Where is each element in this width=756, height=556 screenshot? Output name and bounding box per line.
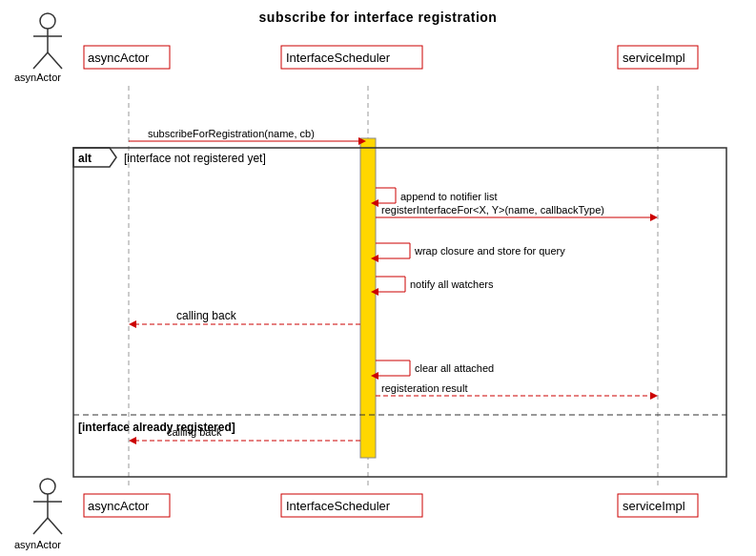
svg-marker-43 bbox=[129, 437, 136, 444]
svg-point-57 bbox=[40, 13, 55, 29]
diagram-svg: alt [interface not registered yet] [inte… bbox=[0, 0, 756, 556]
svg-text:asynActor: asynActor bbox=[14, 72, 61, 83]
svg-text:clear all attached: clear all attached bbox=[415, 362, 494, 374]
sequence-diagram: subscribe for interface registration alt… bbox=[0, 0, 756, 556]
svg-line-60 bbox=[33, 52, 48, 69]
svg-line-61 bbox=[48, 52, 62, 69]
svg-text:InterfaceScheduler: InterfaceScheduler bbox=[286, 51, 391, 65]
svg-text:registerInterfaceFor<X, Y>(nam: registerInterfaceFor<X, Y>(name, callbac… bbox=[381, 204, 604, 216]
svg-text:notify all watchers: notify all watchers bbox=[410, 278, 494, 290]
svg-rect-3 bbox=[360, 138, 376, 458]
svg-text:[interface not registered yet]: [interface not registered yet] bbox=[124, 152, 266, 165]
svg-line-66 bbox=[33, 518, 48, 534]
svg-point-63 bbox=[40, 479, 55, 494]
svg-text:append to notifier list: append to notifier list bbox=[400, 191, 498, 202]
svg-line-67 bbox=[48, 518, 62, 534]
svg-text:wrap closure and store for que: wrap closure and store for query bbox=[414, 245, 565, 257]
svg-text:serviceImpl: serviceImpl bbox=[623, 499, 685, 513]
svg-text:asynActor: asynActor bbox=[14, 539, 61, 550]
svg-text:serviceImpl: serviceImpl bbox=[623, 51, 685, 65]
svg-marker-32 bbox=[129, 320, 136, 328]
svg-text:asyncActor: asyncActor bbox=[88, 51, 150, 65]
svg-text:registeration result: registeration result bbox=[381, 382, 468, 394]
svg-text:calling back: calling back bbox=[176, 309, 237, 322]
svg-text:asyncActor: asyncActor bbox=[88, 499, 150, 513]
svg-text:InterfaceScheduler: InterfaceScheduler bbox=[286, 499, 391, 513]
svg-marker-40 bbox=[650, 392, 658, 400]
svg-text:calling back: calling back bbox=[167, 426, 222, 438]
svg-marker-19 bbox=[650, 214, 658, 221]
svg-text:subscribeForRegistration(name,: subscribeForRegistration(name, cb) bbox=[148, 128, 315, 139]
svg-text:alt: alt bbox=[78, 152, 92, 165]
